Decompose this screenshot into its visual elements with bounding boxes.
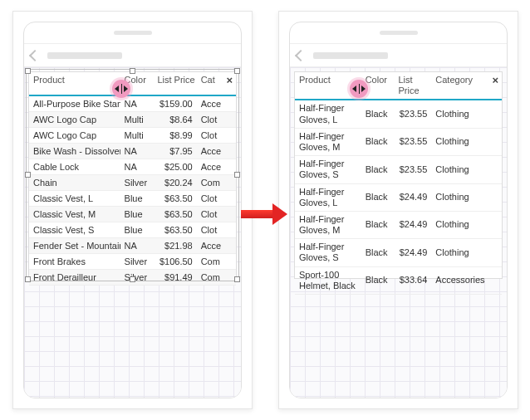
table-row[interactable]: Fender Set - MountainNA$21.98Acce [29, 238, 236, 254]
cell-price: $7.95 [153, 144, 196, 159]
table-row[interactable]: Front BrakesSilver$106.50Com [29, 254, 236, 270]
cell-color: Black [361, 183, 395, 211]
col-header-product[interactable]: Product [29, 72, 120, 95]
cell-price: $24.49 [395, 211, 432, 238]
col-header-price[interactable]: List Price [395, 72, 432, 100]
table-visual-selected[interactable]: × Product Color List Price Cat Al [28, 71, 237, 279]
cell-product: Half-Finger Gloves, M [295, 128, 361, 155]
cell-price: $33.64 [395, 266, 432, 294]
cell-cat: Clothing [431, 100, 502, 128]
cell-color: Black [361, 239, 395, 266]
cell-product: AWC Logo Cap [29, 112, 120, 128]
cell-cat: Clot [197, 128, 236, 144]
table-row[interactable]: Classic Vest, LBlue$63.50Clot [29, 191, 236, 207]
table-row[interactable]: Classic Vest, MBlue$63.50Clot [29, 207, 236, 222]
cell-price: $8.64 [153, 112, 196, 128]
table-row[interactable]: Cable LockNA$25.00Acce [29, 159, 236, 175]
cell-price: $23.55 [395, 156, 432, 183]
cell-price: $159.00 [153, 95, 196, 112]
back-icon[interactable] [295, 49, 307, 61]
phone-frame: × Product Color List Price Cat Al [23, 22, 242, 398]
cell-cat: Clot [197, 207, 236, 222]
col-header-category[interactable]: Category [431, 72, 502, 100]
cell-cat: Clothing [431, 239, 502, 266]
title-placeholder [313, 52, 388, 59]
canvas-grid: × Product Color List Price Cat Al [24, 67, 241, 398]
cell-price: $91.49 [153, 270, 196, 286]
cell-color: Silver [120, 270, 154, 286]
table-row[interactable]: Half-Finger Gloves, LBlack$23.55Clothing [295, 100, 502, 128]
table-row[interactable]: Half-Finger Gloves, SBlack$24.49Clothing [295, 239, 502, 266]
cell-price: $24.49 [395, 183, 432, 211]
cell-cat: Accessories [431, 266, 502, 294]
cell-color: Multi [120, 112, 154, 128]
cell-color: Black [361, 156, 395, 183]
cell-product: Classic Vest, S [29, 222, 120, 238]
canvas-grid: × Product Color List Price Category [290, 67, 507, 398]
resize-handle[interactable] [234, 276, 240, 282]
table-row[interactable]: Classic Vest, SBlue$63.50Clot [29, 222, 236, 238]
cell-cat: Clothing [431, 211, 502, 238]
cell-color: Multi [120, 128, 154, 144]
table-row[interactable]: Half-Finger Gloves, SBlack$23.55Clothing [295, 156, 502, 183]
cell-product: Half-Finger Gloves, M [295, 211, 361, 238]
table-row[interactable]: AWC Logo CapMulti$8.99Clot [29, 128, 236, 144]
col-header-price[interactable]: List Price [153, 72, 196, 95]
cell-cat: Clot [197, 191, 236, 207]
table-row[interactable]: AWC Logo CapMulti$8.64Clot [29, 112, 236, 128]
cell-cat: Com [197, 254, 236, 270]
cell-cat: Clot [197, 222, 236, 238]
cell-color: Black [361, 266, 395, 294]
cell-color: NA [120, 159, 154, 175]
cell-color: Silver [120, 254, 154, 270]
cell-color: Black [361, 211, 395, 238]
cell-product: Half-Finger Gloves, S [295, 239, 361, 266]
cell-price: $63.50 [153, 191, 196, 207]
table-row[interactable]: Half-Finger Gloves, LBlack$24.49Clothing [295, 183, 502, 211]
table-row[interactable]: ChainSilver$20.24Com [29, 175, 236, 191]
cell-cat: Clot [197, 112, 236, 128]
cell-color: Blue [120, 191, 154, 207]
cell-product: AWC Logo Cap [29, 128, 120, 144]
back-icon[interactable] [29, 49, 41, 61]
cell-color: NA [120, 238, 154, 254]
table-visual[interactable]: × Product Color List Price Category [294, 71, 503, 279]
cell-product: Half-Finger Gloves, L [295, 100, 361, 128]
resize-handle[interactable] [25, 276, 31, 282]
column-resize-icon[interactable] [350, 80, 368, 98]
cell-price: $21.98 [153, 238, 196, 254]
cell-cat: Acce [197, 238, 236, 254]
navbar [24, 44, 241, 67]
resize-handle[interactable] [130, 276, 135, 282]
resize-handle[interactable] [25, 172, 31, 178]
cell-cat: Com [197, 175, 236, 191]
resize-handle[interactable] [234, 172, 240, 178]
data-table: Product Color List Price Category Half-F… [295, 72, 502, 295]
cell-cat: Clothing [431, 128, 502, 155]
cell-color: Silver [120, 175, 154, 191]
cell-cat: Clothing [431, 183, 502, 211]
column-resize-icon[interactable] [112, 80, 130, 98]
table-row[interactable]: All-Purpose Bike StandNA$159.00Acce [29, 95, 236, 112]
cell-product: Front Brakes [29, 254, 120, 270]
table-row[interactable]: Bike Wash - DissolverNA$7.95Acce [29, 144, 236, 159]
cell-product: Sport-100 Helmet, Black [295, 266, 361, 294]
cell-color: Blue [120, 222, 154, 238]
cell-price: $63.50 [153, 207, 196, 222]
col-header-category[interactable]: Cat [197, 72, 236, 95]
table-row[interactable]: Half-Finger Gloves, MBlack$23.55Clothing [295, 128, 502, 155]
data-table: Product Color List Price Cat All-Purpose… [29, 72, 236, 286]
cell-price: $24.49 [395, 239, 432, 266]
design-preview-after: × Product Color List Price Category [278, 11, 518, 409]
table-row[interactable]: Sport-100 Helmet, BlackBlack$33.64Access… [295, 266, 502, 294]
cell-product: Fender Set - Mountain [29, 238, 120, 254]
cell-color: Black [361, 128, 395, 155]
cell-color: NA [120, 95, 154, 112]
cell-color: NA [120, 144, 154, 159]
cell-price: $25.00 [153, 159, 196, 175]
cell-product: All-Purpose Bike Stand [29, 95, 120, 112]
cell-product: Classic Vest, M [29, 207, 120, 222]
phone-notch-area [290, 22, 507, 44]
speaker-icon [114, 31, 152, 35]
table-row[interactable]: Half-Finger Gloves, MBlack$24.49Clothing [295, 211, 502, 238]
